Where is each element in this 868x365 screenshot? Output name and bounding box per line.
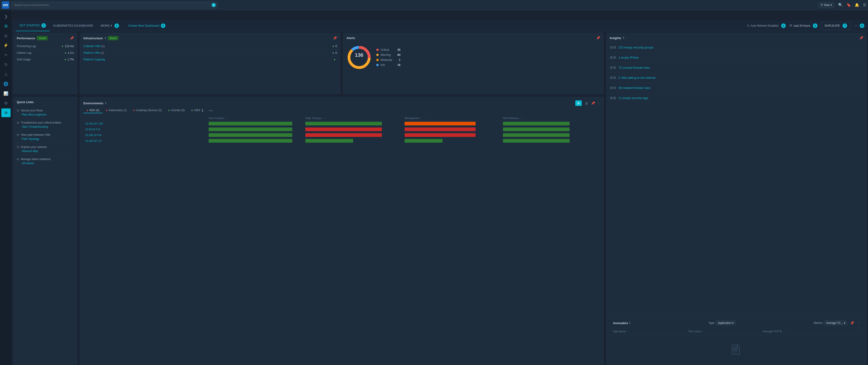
svg-rect-7 — [732, 345, 737, 355]
sidebar-item-refresh[interactable]: ↻ — [1, 60, 10, 69]
tab-get-started[interactable]: GET STARTED 2 — [16, 20, 50, 31]
search-input[interactable] — [14, 3, 215, 7]
environments-title-area: Environments ℹ — [84, 101, 106, 105]
type-select[interactable]: Application ▾ — [716, 321, 736, 326]
now-button[interactable]: ⏱ Now ▾ — [818, 2, 834, 8]
tags-icon: ⚙⚙ — [610, 96, 616, 100]
ql-secure-link[interactable]: Plan Micro-segment — [17, 113, 74, 116]
env-tab-underlay[interactable]: ● Underlay Devices (5) — [130, 108, 165, 113]
col-management[interactable]: Management ... ↑ — [403, 116, 501, 121]
env-tab-vcenter[interactable]: ● vCenter (6) — [165, 108, 188, 113]
alerts-title: Alerts — [346, 36, 355, 40]
col-nsx-advance[interactable]: NSX Advance... ↑ — [501, 116, 600, 121]
performance-card: Performance Good 📌 Processing Lag ● 113 … — [13, 33, 77, 94]
sidebar-badge-item: 10 — [1, 109, 10, 117]
ql-explore-link[interactable]: Network Map — [17, 150, 74, 153]
perf-row-grid: Grid Usage ● 1.7% — [17, 56, 74, 63]
ql-path-icon: ⊙ — [17, 133, 19, 136]
empty-doc-icon — [619, 344, 854, 359]
environments-card: Environments ℹ ⊞ ▤ 📌 ⋮ ● NSX (4) ● — [80, 97, 603, 365]
tab-more[interactable]: MORE ▾ 3 — [97, 20, 123, 31]
sidebar-item-monitoring[interactable]: ◎ — [1, 31, 10, 40]
env-ip-1[interactable]: 10.196.167.128 — [85, 122, 103, 125]
sidebar-item-tools[interactable]: ✂ — [1, 51, 10, 59]
sidebar-item-warnings[interactable]: ⚠ — [1, 70, 10, 79]
aws-dot: ● — [191, 109, 193, 112]
k8s-dot: ● — [106, 109, 107, 112]
alerts-pin-icon[interactable]: 📌 — [596, 36, 600, 40]
environments-table: Host Transpo... ↑ Edge Transpo... ↑ Mana… — [84, 116, 600, 144]
auto-refresh[interactable]: ↻ Auto Refresh Disabled 5 — [747, 24, 786, 28]
warning-dot — [376, 54, 379, 56]
env-grid-view-button[interactable]: ⊞ — [575, 100, 582, 106]
infrastructure-title: Infrastructure ℹ Good — [84, 36, 118, 40]
quicklinks-title: Quick Links — [17, 100, 34, 104]
ql-intents-link[interactable]: All Intents — [17, 162, 74, 165]
environments-info-icon[interactable]: ℹ — [105, 101, 106, 105]
sidebar-item-dashboard[interactable]: ⊞ — [1, 22, 10, 30]
env-tab-kubernetes[interactable]: ● Kubernetes (1) — [102, 108, 130, 113]
insights-info-icon[interactable]: ℹ — [623, 36, 624, 39]
tab-kubernetes-label: KUBERNETES DASHBOARD — [53, 24, 93, 27]
anomalies-more-icon[interactable]: ⋮ — [857, 321, 860, 325]
performance-card-header: Performance Good 📌 — [17, 36, 74, 40]
menu-icon[interactable]: ☰ — [863, 3, 866, 7]
gear-icon: ⚙ — [4, 101, 8, 106]
env-tabs-list-icon[interactable]: ≡ ▾ — [209, 109, 213, 112]
more-dots-button[interactable]: ··· 8 — [854, 24, 864, 28]
create-dashboard[interactable]: Create New Dashboard 4 — [123, 20, 169, 31]
tab-kubernetes[interactable]: KUBERNETES DASHBOARD — [50, 20, 97, 31]
env-list-view-button[interactable]: ▤ — [584, 100, 589, 106]
ql-troubleshoot-link[interactable]: Start Troubleshooting — [17, 125, 74, 128]
infrastructure-pin-icon[interactable]: 📌 — [333, 36, 337, 40]
anomalies-title: Anomalies ℹ — [613, 322, 631, 325]
bookmark-icon[interactable]: 🔖 — [846, 3, 851, 7]
env-tab-aws[interactable]: ● AWS ❯ — [188, 108, 207, 113]
anomalies-info-icon[interactable]: ℹ — [629, 322, 630, 325]
time-range[interactable]: ⏱ Last 24 hours 6 — [789, 24, 818, 28]
col-avg-tcp[interactable]: Average TCP R... ↓ — [759, 328, 863, 335]
quicklinks-card: Quick Links ⊙ Secure your flows Plan Mic… — [13, 97, 77, 365]
sidebar-item-settings[interactable]: ⚙ — [1, 99, 10, 108]
ql-path-link[interactable]: Path Topology — [17, 138, 74, 141]
col-app-name[interactable]: App Name ↕ — [610, 328, 685, 335]
badge-5: 5 — [781, 24, 786, 28]
metrics-select[interactable]: Average TC... ▾ — [824, 321, 847, 326]
bell-icon[interactable]: 🔔 — [855, 3, 859, 7]
tab-badge-2: 2 — [41, 23, 46, 28]
nav-right: ⏱ Now ▾ 🔍 🔖 🔔 ☰ — [818, 2, 866, 8]
vms-icon: ⚙⚙ — [610, 75, 616, 80]
env-ip-2[interactable]: 10.89.69.174 — [85, 128, 100, 131]
col-host-transport[interactable]: Host Transpo... ↑ — [207, 116, 303, 121]
sidebar-item-network[interactable]: 🌐 — [1, 80, 10, 88]
col-tier-count[interactable]: Tier Count ↕ — [685, 328, 759, 335]
env-pin-icon[interactable]: 📌 — [591, 101, 595, 105]
search-badge: 1 — [212, 3, 216, 7]
now-label: Now — [824, 3, 830, 7]
col-host-ip — [84, 116, 207, 121]
env-ip-4[interactable]: 10.196.167.12 — [85, 140, 101, 142]
env-tab-nsx[interactable]: ● NSX (4) — [84, 108, 102, 113]
infra-row-capacity: Platform Capacity ● — [84, 56, 337, 63]
search-icon[interactable]: 🔍 — [838, 3, 843, 7]
masked-icon: ⚙⚙ — [610, 86, 616, 90]
duplicate-button[interactable]: DUPLICATE 7 — [821, 22, 850, 29]
sidebar-expand[interactable]: ❯ — [1, 12, 10, 21]
env-more-icon[interactable]: ⋮ — [597, 101, 600, 105]
infrastructure-info-icon[interactable]: ℹ — [105, 36, 106, 40]
sidebar-item-alerts[interactable]: ⚡ — [1, 41, 10, 50]
alerts-legend: Critical 35 Warning 84 Moderate 1 — [376, 48, 400, 67]
env-tab-more-chevron: ❯ — [201, 109, 204, 112]
anomalies-header: Anomalies ℹ Type Application ▾ Metrics — [610, 318, 863, 328]
anomalies-pin-icon[interactable]: 📌 — [850, 321, 854, 325]
col-edge-transport[interactable]: Edge Transpo... ↑ — [304, 116, 403, 121]
ql-secure-icon: ⊙ — [17, 109, 19, 112]
search-bar[interactable]: 1 — [11, 2, 218, 8]
sidebar-item-analytics[interactable]: 📊 — [1, 89, 10, 98]
environments-tabs: ● NSX (4) ● Kubernetes (1) ● Underlay De… — [84, 108, 600, 113]
insights-pin-icon[interactable]: 📌 — [859, 36, 863, 40]
ql-trouble-icon: ⊙ — [17, 121, 19, 124]
legend-moderate: Moderate 1 — [376, 58, 400, 62]
pin-icon[interactable]: 📌 — [70, 36, 74, 40]
env-ip-3[interactable]: 10.196.167.64 — [85, 134, 101, 136]
